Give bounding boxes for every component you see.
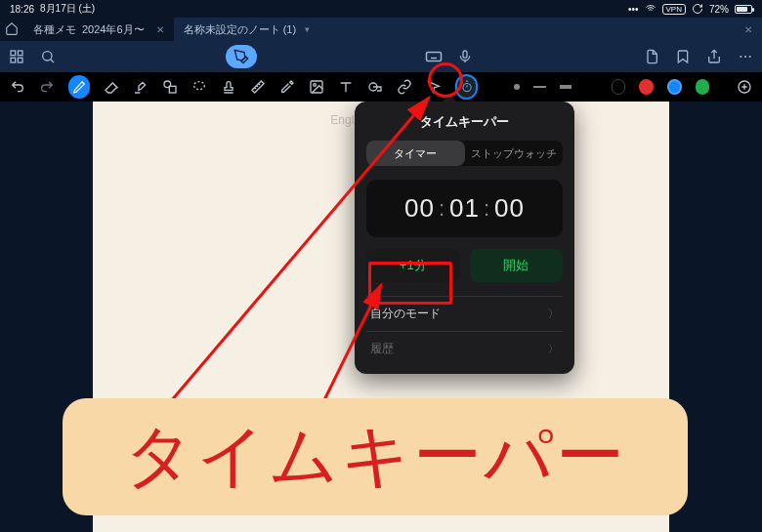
image-tool[interactable] [309,79,324,95]
share-icon[interactable] [705,48,723,65]
svg-point-7 [740,56,741,58]
tape-tool[interactable] [367,79,383,95]
svg-point-14 [313,84,316,87]
color-picker-tool[interactable] [279,79,295,95]
tab-left-title-a: 各種メモ [33,22,76,37]
battery-icon [735,5,752,14]
stroke-thin[interactable] [514,84,519,90]
annotation-circle [428,62,463,98]
highlighter-tool[interactable] [133,79,148,95]
vpn-badge: VPN [662,4,686,15]
color-green[interactable] [696,79,709,95]
color-red[interactable] [639,79,653,95]
mode-segmented: タイマー ストップウォッチ [366,141,563,166]
popover-title: タイムキーパー [366,113,563,131]
grid-icon[interactable] [8,48,25,65]
start-button[interactable]: 開始 [470,249,564,282]
stroke-thick[interactable] [560,85,572,89]
ruler-tool[interactable] [250,79,266,95]
svg-point-12 [193,82,204,90]
svg-rect-11 [169,86,176,93]
tab-left[interactable]: 各種メモ 2024年6月〜 ✕ [23,18,174,41]
document-tabs: 各種メモ 2024年6月〜 ✕ 名称未設定のノート (1) ▾ ✕ [0,18,762,41]
history-label: 履歴 [370,341,394,357]
time-display[interactable]: 00 : 01 : 00 [366,180,563,237]
status-time: 18:26 [10,4,34,15]
seg-timer[interactable]: タイマー [366,141,465,166]
annotation-box [368,262,452,305]
eraser-tool[interactable] [104,79,119,95]
svg-point-8 [744,56,746,58]
svg-rect-5 [427,53,442,61]
more-icon[interactable] [737,48,754,65]
annotation-callout: タイムキーパー [63,398,688,515]
undo-icon[interactable] [10,79,25,95]
my-mode-label: 自分のモード [370,306,441,322]
redo-icon[interactable] [39,79,55,95]
stamp-tool[interactable] [221,79,236,95]
wifi-icon [645,3,656,15]
dots-icon: ••• [628,4,639,15]
pen-tool[interactable] [68,75,90,99]
close-icon[interactable]: ✕ [744,24,752,35]
tool-strip [0,72,762,102]
lasso-tool[interactable] [191,79,207,95]
svg-rect-2 [11,58,16,62]
svg-rect-3 [18,58,22,62]
tab-left-title-b: 2024年6月〜 [82,22,145,37]
home-icon[interactable] [0,21,23,37]
color-blue[interactable] [667,79,682,95]
chevron-down-icon[interactable]: ▾ [305,24,310,34]
battery-pct: 72% [709,4,729,15]
status-bar: 18:26 8月17日 (土) ••• VPN 72% [0,0,762,18]
status-date: 8月17日 (土) [40,2,95,16]
chevron-right-icon: 〉 [548,342,559,356]
chevron-right-icon: 〉 [548,307,559,321]
close-icon[interactable]: ✕ [156,24,164,35]
stroke-med[interactable] [533,86,546,88]
text-tool[interactable] [338,79,354,95]
main-toolbar [0,41,762,72]
time-hh: 00 [404,193,435,224]
bookmark-icon[interactable] [674,48,692,65]
colon-icon: : [484,196,490,222]
tab-right-title: 名称未設定のノート (1) [184,22,297,37]
time-ss: 00 [494,193,525,224]
shape-tool[interactable] [162,79,178,95]
export-icon[interactable] [643,48,660,65]
svg-point-9 [749,56,751,58]
timekeeper-popover: タイムキーパー タイマー ストップウォッチ 00 : 01 : 00 +1分 開… [355,102,574,374]
link-tool[interactable] [397,79,412,95]
mic-icon[interactable] [456,48,474,65]
color-black[interactable] [612,79,626,95]
colon-icon: : [439,196,445,222]
svg-rect-0 [11,51,16,56]
callout-text: タイムキーパー [124,411,626,503]
seg-stopwatch[interactable]: ストップウォッチ [465,141,564,166]
search-icon[interactable] [39,48,57,65]
add-color-icon[interactable] [737,79,752,95]
time-mm: 01 [449,193,480,224]
svg-point-4 [43,52,52,61]
tab-right[interactable]: 名称未設定のノート (1) ▾ ✕ [174,18,762,41]
svg-rect-6 [463,51,467,58]
pen-mode-button[interactable] [226,45,257,68]
svg-rect-1 [18,51,22,56]
history-row[interactable]: 履歴 〉 [366,331,563,366]
sync-icon [692,3,703,15]
